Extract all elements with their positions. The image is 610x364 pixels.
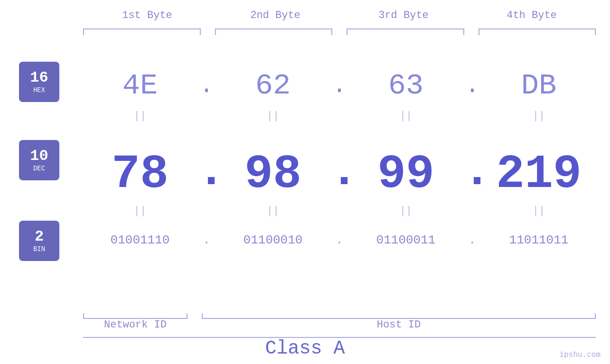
dec-badge: 10 DEC xyxy=(19,140,59,180)
eq1-3: || xyxy=(349,109,463,121)
bin-values-row: 01001110 . 01100010 . 01100011 . 1101101… xyxy=(83,233,596,247)
dec-badge-number: 10 xyxy=(30,149,48,164)
dec-dot-2: . xyxy=(330,145,349,198)
dec-val-1: 78 xyxy=(83,151,197,198)
dec-val-3: 99 xyxy=(349,151,463,198)
dec-values-row: 78 . 98 . 99 . 219 xyxy=(83,140,596,198)
bin-val-1: 01001110 xyxy=(83,233,197,247)
hex-val-2: 62 xyxy=(216,69,330,103)
dec-badge-label: DEC xyxy=(33,165,45,172)
eq1-2: || xyxy=(216,109,330,121)
top-brackets xyxy=(83,28,596,35)
bin-dot-1: . xyxy=(197,233,216,247)
dec-val-4: 219 xyxy=(482,151,596,198)
page-container: 1st Byte 2nd Byte 3rd Byte 4th Byte 16 H… xyxy=(0,0,610,364)
bin-val-4: 11011011 xyxy=(482,233,596,247)
byte-labels-row: 1st Byte 2nd Byte 3rd Byte 4th Byte xyxy=(83,9,596,21)
watermark: ipshu.com xyxy=(560,351,601,359)
bin-val-3: 01100011 xyxy=(349,233,463,247)
bin-badge-label: BIN xyxy=(33,245,45,253)
bin-badge-number: 2 xyxy=(35,229,44,244)
hex-values-row: 4E . 62 . 63 . DB xyxy=(83,69,596,103)
eq2-1: || xyxy=(83,204,197,216)
hex-dot-3: . xyxy=(463,72,482,99)
hex-dot-1: . xyxy=(197,72,216,99)
hex-dot-2: . xyxy=(330,72,349,99)
hex-badge-number: 16 xyxy=(30,70,48,85)
bottom-brackets xyxy=(83,313,596,319)
bin-dot-2: . xyxy=(330,233,349,247)
hex-badge: 16 HEX xyxy=(19,62,59,102)
hex-val-1: 4E xyxy=(83,69,197,103)
bin-dot-3: . xyxy=(463,233,482,247)
byte-label-2: 2nd Byte xyxy=(211,9,339,21)
hex-val-3: 63 xyxy=(349,69,463,103)
network-id-label: Network ID xyxy=(83,319,188,331)
bracket-4 xyxy=(479,28,596,35)
dec-dot-1: . xyxy=(197,145,216,198)
byte-label-3: 3rd Byte xyxy=(339,9,468,21)
equals-row-1: || || || || xyxy=(83,109,596,121)
network-bracket xyxy=(83,313,188,319)
hex-val-4: DB xyxy=(482,69,596,103)
bin-badge: 2 BIN xyxy=(19,221,59,261)
id-labels: Network ID Host ID xyxy=(83,319,596,331)
class-label: Class A xyxy=(265,338,345,359)
equals-row-2: || || || || xyxy=(83,204,596,216)
host-id-label: Host ID xyxy=(202,319,596,331)
hex-badge-label: HEX xyxy=(33,86,45,94)
eq1-4: || xyxy=(482,109,596,121)
bracket-2 xyxy=(215,28,333,35)
eq1-1: || xyxy=(83,109,197,121)
host-bracket xyxy=(202,313,596,319)
bin-val-2: 01100010 xyxy=(216,233,330,247)
eq2-4: || xyxy=(482,204,596,216)
byte-label-4: 4th Byte xyxy=(468,9,596,21)
eq2-3: || xyxy=(349,204,463,216)
dec-val-2: 98 xyxy=(216,151,330,198)
eq2-2: || xyxy=(216,204,330,216)
dec-dot-3: . xyxy=(463,145,482,198)
class-label-row: Class A xyxy=(0,338,610,359)
byte-label-1: 1st Byte xyxy=(83,9,211,21)
bracket-3 xyxy=(347,28,464,35)
bracket-1 xyxy=(83,28,201,35)
